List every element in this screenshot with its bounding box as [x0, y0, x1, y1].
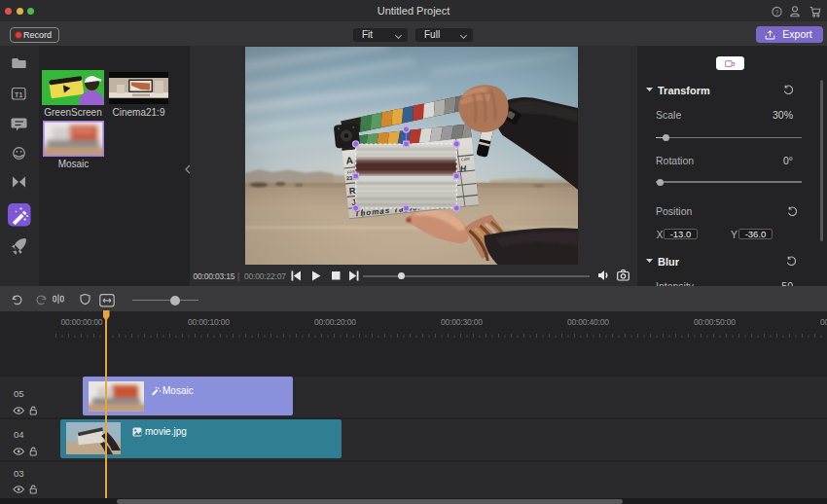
- svg-text:T1: T1: [15, 91, 22, 98]
- svg-text:?: ?: [775, 9, 779, 16]
